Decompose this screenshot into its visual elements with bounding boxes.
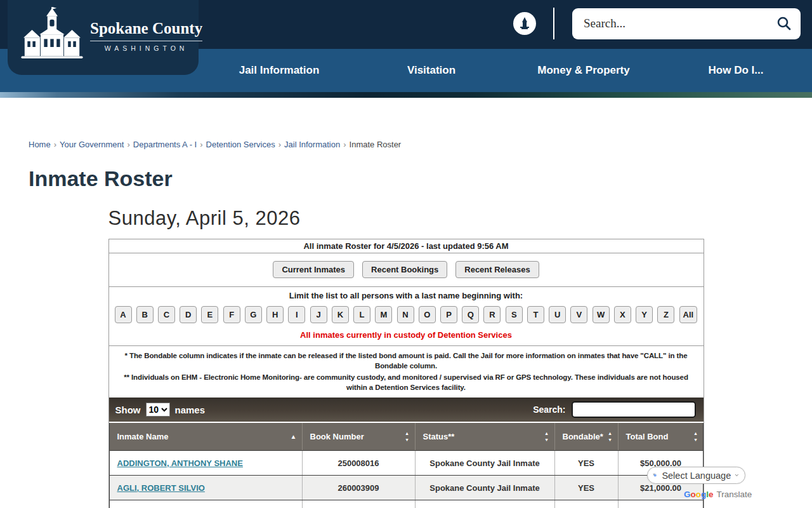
google-logo-letter: o [691, 490, 696, 499]
nav-item[interactable]: Visitation [355, 64, 508, 77]
letter-filter-button[interactable]: T [527, 306, 544, 323]
badge-tower-glyph [518, 17, 532, 30]
breadcrumb-item[interactable]: Home [29, 140, 51, 149]
letter-filter-button[interactable]: All [679, 306, 698, 323]
letter-filter-button[interactable]: K [332, 306, 349, 323]
bondable-cell: YES [554, 451, 618, 475]
book-number-cell: 260003909 [302, 476, 415, 500]
letter-filter-button[interactable]: W [593, 306, 610, 323]
column-header[interactable]: Status** [415, 423, 554, 450]
google-logo: Google [684, 490, 714, 499]
language-select-label: Select Language [662, 471, 731, 481]
letter-filter-button[interactable]: N [397, 306, 414, 323]
sort-icon[interactable] [607, 431, 613, 443]
letter-filter-button[interactable]: F [223, 306, 240, 323]
sort-icon[interactable] [291, 434, 297, 440]
date-heading: Sunday, April 5, 2026 [108, 207, 704, 230]
breadcrumb-item[interactable]: Departments A - I [133, 140, 197, 149]
letter-filter-button[interactable]: G [245, 306, 262, 323]
site-header: Spokane County WASHINGTON [0, 0, 812, 49]
language-select[interactable]: Select Language [647, 467, 745, 484]
nav-item[interactable]: How Do I... [660, 64, 812, 77]
google-translate-widget: Select Language Google Translate [647, 467, 745, 484]
letter-filter-button[interactable]: Z [657, 306, 674, 323]
sort-icon[interactable] [544, 431, 549, 443]
breadcrumb-item[interactable]: Detention Services [206, 140, 275, 149]
book-number-cell: 250008016 [302, 451, 415, 475]
letter-filter-button[interactable]: M [375, 306, 392, 323]
table-row: AGLI, ROBERT SILVIO 260003909 Spokane Co… [110, 475, 703, 500]
sort-icon[interactable] [693, 431, 698, 443]
header-divider [553, 8, 554, 39]
names-label: names [175, 404, 206, 415]
inmate-name-link[interactable]: AGLI, ROBERT SILVIO [117, 483, 205, 493]
letter-filter-button[interactable]: U [549, 306, 566, 323]
letter-filter-button[interactable]: B [136, 306, 154, 323]
letter-filter-button[interactable]: V [570, 306, 587, 323]
nav-item[interactable]: Jail Information [203, 64, 355, 77]
breadcrumb-item[interactable]: Your Government [60, 140, 124, 149]
breadcrumb-item: › [127, 140, 129, 149]
column-label: Status** [423, 432, 544, 441]
inmate-name-link[interactable]: ADDINGTON, ANTHONY SHANE [117, 458, 243, 468]
sort-icon[interactable] [404, 431, 410, 443]
breadcrumb-item: › [278, 140, 281, 149]
nav-item[interactable]: Money & Property [508, 64, 660, 77]
filter-label: Limit the list to all persons with a las… [115, 291, 698, 300]
chevron-down-icon [735, 473, 738, 478]
letter-filter-button[interactable]: D [180, 306, 197, 323]
breadcrumb-item[interactable]: Jail Information [284, 140, 340, 149]
letter-filter-button[interactable]: E [201, 306, 218, 323]
column-label: Book Number [310, 432, 404, 441]
column-header[interactable]: Total Bond [618, 423, 704, 450]
table-header-row: Inmate Name Book Number Status** [110, 423, 703, 450]
view-button[interactable]: Recent Releases [455, 261, 539, 278]
show-label: Show [115, 404, 141, 415]
county-logo[interactable]: Spokane County WASHINGTON [8, 0, 199, 75]
inmate-table: Inmate Name Book Number Status** [109, 423, 704, 508]
banner-strip [0, 92, 812, 98]
table-search-input[interactable] [572, 401, 696, 418]
view-button[interactable]: Recent Bookings [362, 261, 447, 278]
column-label: Total Bond [626, 432, 693, 441]
letter-filter-button[interactable]: O [419, 306, 436, 323]
table-toolbar: Show 10 names Search: [109, 398, 704, 422]
search-icon[interactable] [776, 16, 792, 31]
translate-label: Translate [717, 490, 752, 499]
letter-filter-button[interactable]: A [115, 306, 132, 323]
letter-filter-button[interactable]: Y [636, 306, 653, 323]
letter-filter-button[interactable]: X [614, 306, 631, 323]
view-button[interactable]: Current Inmates [273, 261, 354, 278]
column-header[interactable]: Book Number [302, 423, 415, 450]
letter-filter-button[interactable]: P [440, 306, 457, 323]
column-header[interactable]: Bondable* [554, 423, 618, 450]
letter-filter-button[interactable]: Q [462, 306, 479, 323]
table-search-label: Search: [533, 404, 565, 415]
status-cell: Spokane County Jail Inmate [415, 451, 554, 475]
letter-filter-button[interactable]: H [266, 306, 284, 323]
site-search[interactable] [572, 8, 801, 39]
footnotes: * The Bondable column indicates if the i… [109, 346, 704, 398]
letter-filter-button[interactable]: C [158, 306, 175, 323]
letter-filter-button[interactable]: S [506, 306, 523, 323]
letter-filter-button[interactable]: I [288, 306, 305, 323]
bondable-cell: YES [554, 476, 618, 500]
google-translate-brand[interactable]: Google Translate [684, 490, 752, 499]
table-row-partial [110, 500, 703, 508]
letter-filter-button[interactable]: R [483, 306, 501, 323]
page-size-select[interactable]: 10 [146, 403, 170, 417]
table-body: ADDINGTON, ANTHONY SHANE 250008016 Spoka… [110, 450, 703, 500]
letter-row: ABCDEFGHIJKLMNOPQRSTUVWXYZAll [115, 306, 698, 323]
breadcrumb-item: › [54, 140, 56, 149]
courthouse-badge-icon[interactable] [513, 12, 536, 35]
view-buttons: Current InmatesRecent BookingsRecent Rel… [109, 253, 704, 287]
column-header[interactable]: Inmate Name [110, 423, 302, 450]
site-search-input[interactable] [584, 17, 776, 30]
google-logo-letter: o [696, 490, 701, 499]
page-title: Inmate Roster [29, 166, 812, 191]
letter-filter-button[interactable]: J [310, 306, 327, 323]
letter-filter-button[interactable]: L [353, 306, 370, 323]
status-cell: Spokane County Jail Inmate [415, 476, 554, 500]
custody-notice: All inmates currently in custody of Dete… [115, 330, 698, 340]
letter-filter-section: Limit the list to all persons with a las… [109, 287, 704, 346]
